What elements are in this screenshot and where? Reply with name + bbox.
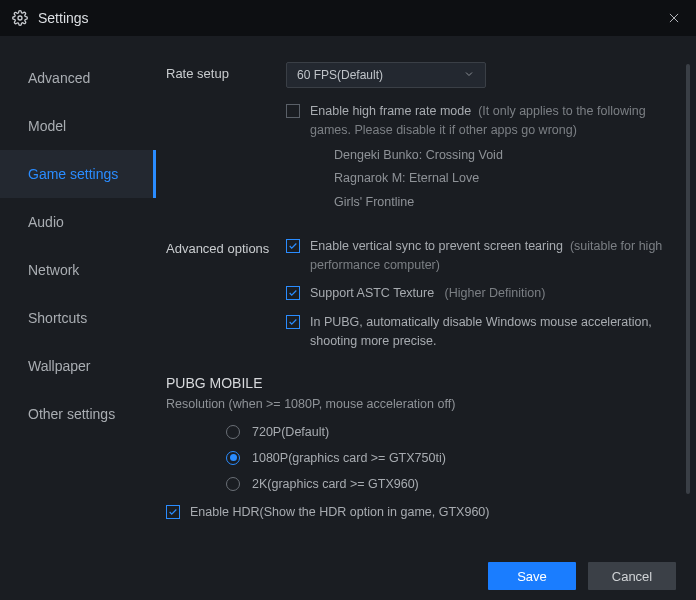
game-list-item: Ragnarok M: Eternal Love xyxy=(334,167,670,191)
sidebar-item-other-settings[interactable]: Other settings xyxy=(0,390,156,438)
sidebar-item-shortcuts[interactable]: Shortcuts xyxy=(0,294,156,342)
footer: Save Cancel xyxy=(0,552,696,600)
hdr-checkbox[interactable] xyxy=(166,505,180,519)
sidebar-item-advanced[interactable]: Advanced xyxy=(0,54,156,102)
pubg-mouse-text: In PUBG, automatically disable Windows m… xyxy=(310,313,670,351)
radio-icon xyxy=(226,451,240,465)
pubg-mouse-checkbox[interactable] xyxy=(286,315,300,329)
sidebar-item-network[interactable]: Network xyxy=(0,246,156,294)
settings-panel: Rate setup 60 FPS(Default) Enable high f… xyxy=(156,36,696,552)
sidebar: Advanced Model Game settings Audio Netwo… xyxy=(0,36,156,552)
gear-icon xyxy=(12,10,28,26)
pubg-mobile-header: PUBG MOBILE xyxy=(166,375,670,391)
sidebar-item-label: Wallpaper xyxy=(28,358,91,374)
vsync-checkbox[interactable] xyxy=(286,239,300,253)
rate-setup-label: Rate setup xyxy=(166,62,286,81)
sidebar-item-game-settings[interactable]: Game settings xyxy=(0,150,156,198)
astc-checkbox[interactable] xyxy=(286,286,300,300)
sidebar-item-label: Game settings xyxy=(28,166,118,182)
rate-setup-value: 60 FPS(Default) xyxy=(297,68,383,82)
resolution-1080p[interactable]: 1080P(graphics card >= GTX750ti) xyxy=(226,451,670,465)
svg-point-0 xyxy=(18,16,22,20)
astc-text: Support ASTC Texture (Higher Definition) xyxy=(310,284,545,303)
game-list-item: Dengeki Bunko: Crossing Void xyxy=(334,144,670,168)
sidebar-item-label: Network xyxy=(28,262,79,278)
close-button[interactable] xyxy=(652,0,696,36)
sidebar-item-label: Shortcuts xyxy=(28,310,87,326)
sidebar-item-label: Audio xyxy=(28,214,64,230)
sidebar-item-model[interactable]: Model xyxy=(0,102,156,150)
vsync-text: Enable vertical sync to prevent screen t… xyxy=(310,237,670,275)
sidebar-item-audio[interactable]: Audio xyxy=(0,198,156,246)
advanced-options-label: Advanced options xyxy=(166,237,286,256)
resolution-720p[interactable]: 720P(Default) xyxy=(226,425,670,439)
sidebar-item-label: Model xyxy=(28,118,66,134)
radio-icon xyxy=(226,425,240,439)
resolution-radio-group: 720P(Default) 1080P(graphics card >= GTX… xyxy=(226,425,670,491)
chevron-down-icon xyxy=(463,68,475,83)
titlebar: Settings xyxy=(0,0,696,36)
radio-icon xyxy=(226,477,240,491)
high-frame-text: Enable high frame rate mode (It only app… xyxy=(310,102,670,215)
sidebar-item-wallpaper[interactable]: Wallpaper xyxy=(0,342,156,390)
sidebar-item-label: Other settings xyxy=(28,406,115,422)
resolution-label: Resolution (when >= 1080P, mouse acceler… xyxy=(166,397,670,411)
high-frame-checkbox[interactable] xyxy=(286,104,300,118)
cancel-button[interactable]: Cancel xyxy=(588,562,676,590)
rate-setup-select[interactable]: 60 FPS(Default) xyxy=(286,62,486,88)
scrollbar[interactable] xyxy=(686,64,690,494)
hdr-text: Enable HDR(Show the HDR option in game, … xyxy=(190,503,489,522)
sidebar-item-label: Advanced xyxy=(28,70,90,86)
resolution-2k[interactable]: 2K(graphics card >= GTX960) xyxy=(226,477,670,491)
save-button[interactable]: Save xyxy=(488,562,576,590)
window-title: Settings xyxy=(38,10,89,26)
game-list-item: Girls' Frontline xyxy=(334,191,670,215)
